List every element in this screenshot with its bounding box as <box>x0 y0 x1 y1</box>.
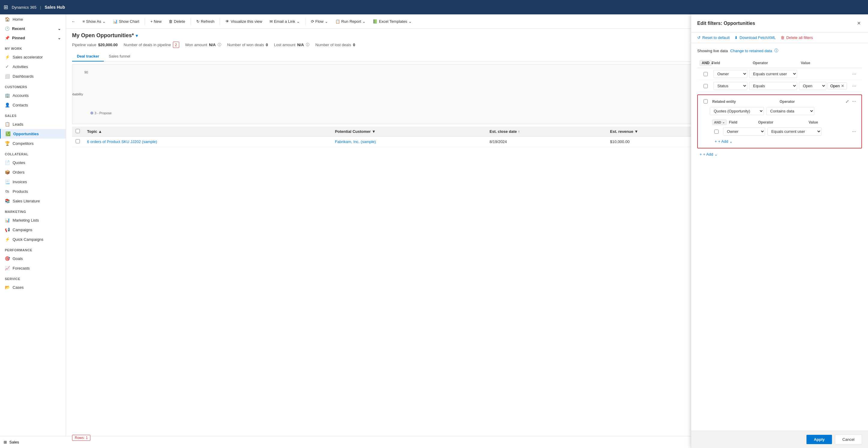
sidebar-item-dashboards[interactable]: ⬜ Dashboards <box>0 71 66 81</box>
show-chart-icon: 📊 <box>113 19 118 24</box>
related-entity-checkbox[interactable] <box>704 99 708 103</box>
show-as-button[interactable]: ≡ Show As ⌄ <box>80 18 108 26</box>
sidebar-item-recent[interactable]: 🕐 Recent ⌄ <box>0 24 66 33</box>
inner-add-button[interactable]: + + Add ⌄ <box>712 138 735 145</box>
select-all-checkbox[interactable] <box>75 129 80 133</box>
sidebar-item-marketing-lists[interactable]: 📊 Marketing Lists <box>0 215 66 225</box>
sidebar-item-leads[interactable]: 📋 Leads <box>0 119 66 129</box>
row-checkbox[interactable] <box>75 139 80 143</box>
filter-status-field[interactable]: Status <box>713 82 747 90</box>
new-button[interactable]: + New <box>147 18 164 26</box>
sidebar-item-accounts[interactable]: 🏢 Accounts <box>0 91 66 100</box>
sidebar-item-sales-accelerator[interactable]: ⚡ Sales accelerator <box>0 52 66 62</box>
live-data-info-icon: ⓘ <box>774 48 778 54</box>
col-potential-customer[interactable]: Potential Customer ▼ <box>331 127 486 137</box>
won-info-icon: ⓘ <box>218 42 221 47</box>
sidebar-item-sales-literature[interactable]: 📚 Sales Literature <box>0 196 66 206</box>
sidebar-item-pinned[interactable]: 📌 Pinned ⌄ <box>0 33 66 43</box>
sidebar-item-goals[interactable]: 🎯 Goals <box>0 254 66 263</box>
related-entity-select[interactable]: Quotes (Opportunity) <box>710 107 764 115</box>
delete-all-icon: 🗑 <box>781 35 784 40</box>
filter-owner-checkbox-cell <box>700 72 712 76</box>
sidebar-item-contacts[interactable]: 👤 Contacts <box>0 100 66 110</box>
sidebar-item-quick-campaigns[interactable]: ⚡ Quick Campaigns <box>0 235 66 244</box>
overlay-filter-content: Showing live data Change to retained dat… <box>691 43 868 430</box>
tab-deal-tracker[interactable]: Deal tracker <box>72 51 104 62</box>
related-entity-operator-select[interactable]: Contains data <box>766 107 814 115</box>
col-topic[interactable]: Topic ▲ <box>84 127 331 137</box>
quick-campaigns-icon: ⚡ <box>5 237 10 242</box>
sidebar-item-products[interactable]: 🛍 Products <box>0 186 66 196</box>
delete-all-filters-button[interactable]: 🗑 Delete all filters <box>781 35 813 40</box>
filter-owner-operator[interactable]: Equals current user <box>749 70 797 78</box>
related-operator-label: Operator <box>780 99 845 104</box>
excel-button[interactable]: 📗 Excel Templates ⌄ <box>370 18 414 26</box>
visualize-button[interactable]: 👁 Visualize this view <box>222 18 265 26</box>
sales-section: Sales <box>0 110 66 119</box>
sidebar-quotes-label: Quotes <box>12 161 25 165</box>
filter-owner-checkbox[interactable] <box>704 72 708 76</box>
filter-status-more-button[interactable]: ··· <box>849 83 860 89</box>
sidebar-item-forecasts[interactable]: 📈 Forecasts <box>0 263 66 273</box>
sidebar-item-opportunities[interactable]: 💹 Opportunities <box>0 129 66 139</box>
reset-label: Reset to default <box>702 35 730 40</box>
inner-filter-operator-select[interactable]: Equals current user <box>768 128 822 136</box>
related-expand-button[interactable]: ⤢ <box>845 98 849 105</box>
bottom-nav[interactable]: ⊞ Sales ⌄ <box>0 436 66 448</box>
email-link-button[interactable]: ✉ Email a Link ⌄ <box>267 18 303 26</box>
row-est-close-date: 8/19/2024 <box>486 137 607 147</box>
inner-filter-checkbox-cell <box>712 130 721 134</box>
flow-button[interactable]: ⟳ Flow ⌄ <box>308 18 331 26</box>
filter-row-owner: Owner Equals current user ··· <box>697 68 862 80</box>
lost-deals-label: Number of lost deals <box>315 43 351 47</box>
filter-status-checkbox[interactable] <box>704 84 708 88</box>
sidebar-item-activities[interactable]: ✓ Activities <box>0 62 66 71</box>
run-report-button[interactable]: 📋 Run Report ⌄ <box>332 18 369 26</box>
sidebar-item-cases[interactable]: 📂 Cases <box>0 282 66 292</box>
recent-icon: 🕐 <box>5 26 10 31</box>
flow-label: Flow <box>315 19 323 24</box>
sidebar-item-home[interactable]: 🏠 Home <box>0 14 66 24</box>
delete-button[interactable]: 🗑 Delete <box>166 18 188 26</box>
show-chart-button[interactable]: 📊 Show Chart <box>110 18 142 26</box>
sidebar-orders-label: Orders <box>12 170 25 175</box>
inner-filter-checkbox[interactable] <box>714 130 718 134</box>
grid-icon[interactable]: ⊞ <box>4 4 8 10</box>
outer-add-button[interactable]: + + Add ⌄ <box>697 151 720 158</box>
and-badge[interactable]: AND ⌄ <box>700 60 712 66</box>
tab-sales-funnel[interactable]: Sales funnel <box>104 51 135 62</box>
filter-owner-field[interactable]: Owner <box>713 70 747 78</box>
overlay-close-button[interactable]: ✕ <box>856 19 862 27</box>
bottom-nav-label: Sales <box>9 440 19 444</box>
related-more-button[interactable]: ··· <box>850 98 858 105</box>
download-label: Download FetchXML <box>740 35 776 40</box>
inner-filter-field-select[interactable]: Owner <box>723 128 765 136</box>
inner-and-badge[interactable]: AND ⌄ <box>712 119 726 125</box>
related-label-text: Related entity <box>712 100 736 104</box>
cancel-button[interactable]: Cancel <box>835 435 862 444</box>
reset-default-button[interactable]: ↺ Reset to default <box>697 35 730 40</box>
sidebar-item-competitors[interactable]: 🏆 Competitors <box>0 139 66 148</box>
row-topic[interactable]: 6 orders of Product SKU JJ202 (sample) <box>84 137 331 147</box>
inner-filter-more-button[interactable]: ··· <box>850 128 858 135</box>
goals-icon: 🎯 <box>5 256 10 261</box>
filter-status-value-select[interactable]: Open <box>799 82 826 90</box>
col-est-close-date[interactable]: Est. close date ↑ <box>486 127 607 137</box>
sidebar-item-campaigns[interactable]: 📢 Campaigns <box>0 225 66 235</box>
filter-owner-more-button[interactable]: ··· <box>849 71 860 77</box>
filter-status-operator[interactable]: Equals <box>749 82 797 90</box>
apply-button[interactable]: Apply <box>806 435 832 444</box>
sidebar-item-quotes[interactable]: 📄 Quotes <box>0 158 66 167</box>
open-close-button[interactable]: ✕ <box>841 84 844 88</box>
sidebar-item-orders[interactable]: 📦 Orders <box>0 167 66 177</box>
refresh-button[interactable]: ↻ Refresh <box>193 18 218 26</box>
row-potential-customer[interactable]: Fabrikam, Inc. (sample) <box>331 137 486 147</box>
sep2 <box>191 18 191 25</box>
won-deals-value: 0 <box>266 43 268 47</box>
sidebar-item-invoices[interactable]: 📃 Invoices <box>0 177 66 186</box>
change-retained-link[interactable]: Change to retained data <box>730 48 772 53</box>
download-fetchxml-button[interactable]: ⬇ Download FetchXML <box>735 35 776 40</box>
back-button[interactable]: ← <box>68 18 78 26</box>
live-data-bar: Showing live data Change to retained dat… <box>697 48 862 54</box>
pinned-chevron: ⌄ <box>58 36 61 40</box>
